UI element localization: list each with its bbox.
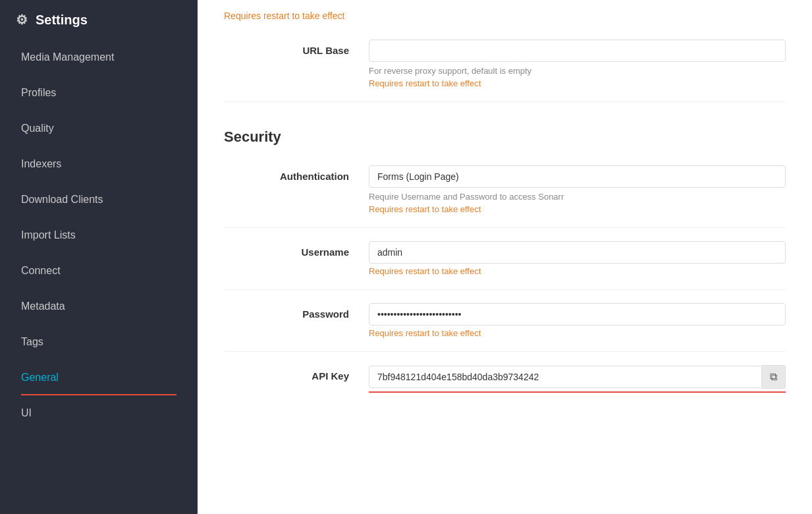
url-base-hint: For reverse proxy support, default is em… [369, 66, 786, 76]
authentication-hint: Require Username and Password to access … [369, 192, 786, 202]
sidebar-item-indexers[interactable]: Indexers [0, 146, 198, 182]
gear-icon: ⚙ [16, 12, 28, 28]
api-key-input[interactable] [369, 366, 762, 388]
url-base-input[interactable] [369, 40, 786, 62]
authentication-content: Forms (Login Page) Require Username and … [369, 165, 786, 214]
username-label: Username [224, 241, 369, 258]
username-restart-notice: Requires restart to take effect [369, 266, 786, 276]
api-key-label: API Key [224, 365, 369, 382]
password-label: Password [224, 303, 369, 320]
security-heading: Security [224, 122, 786, 146]
api-key-row: API Key ⧉ [224, 352, 786, 406]
sidebar-header: ⚙ Settings [0, 0, 198, 40]
top-requires-restart: Requires restart to take effect [224, 0, 786, 26]
main-content: Requires restart to take effect URL Base… [198, 0, 812, 514]
sidebar-item-general[interactable]: General [0, 360, 198, 395]
password-content: Requires restart to take effect [369, 303, 786, 338]
url-base-row: URL Base For reverse proxy support, defa… [224, 26, 786, 102]
password-restart-notice: Requires restart to take effect [369, 328, 786, 338]
sidebar-item-download-clients[interactable]: Download Clients [0, 182, 198, 217]
settings-panel: Requires restart to take effect URL Base… [198, 0, 812, 514]
sidebar-item-tags[interactable]: Tags [0, 324, 198, 360]
url-base-content: For reverse proxy support, default is em… [369, 40, 786, 88]
sidebar: ⚙ Settings Media Management Profiles Qua… [0, 0, 198, 514]
sidebar-item-import-lists[interactable]: Import Lists [0, 217, 198, 253]
username-content: Requires restart to take effect [369, 241, 786, 276]
sidebar-item-ui[interactable]: UI [0, 395, 198, 431]
username-input[interactable] [369, 241, 786, 264]
username-row: Username Requires restart to take effect [224, 228, 786, 290]
api-key-copy-button[interactable]: ⧉ [762, 365, 786, 389]
authentication-row: Authentication Forms (Login Page) Requir… [224, 152, 786, 228]
sidebar-item-connect[interactable]: Connect [0, 253, 198, 289]
authentication-label: Authentication [224, 165, 369, 182]
password-row: Password Requires restart to take effect [224, 290, 786, 352]
sidebar-item-profiles[interactable]: Profiles [0, 75, 198, 111]
url-base-restart-notice: Requires restart to take effect [369, 78, 786, 88]
copy-icon: ⧉ [770, 371, 777, 383]
authentication-select[interactable]: Forms (Login Page) [369, 165, 786, 188]
sidebar-item-media-management[interactable]: Media Management [0, 40, 198, 75]
sidebar-item-metadata[interactable]: Metadata [0, 289, 198, 324]
sidebar-title: Settings [36, 13, 88, 28]
api-key-content: ⧉ [369, 365, 786, 393]
sidebar-item-quality[interactable]: Quality [0, 111, 198, 146]
authentication-restart-notice: Requires restart to take effect [369, 204, 786, 214]
url-base-label: URL Base [224, 40, 369, 56]
api-key-wrapper: ⧉ [369, 365, 786, 393]
password-input[interactable] [369, 303, 786, 326]
